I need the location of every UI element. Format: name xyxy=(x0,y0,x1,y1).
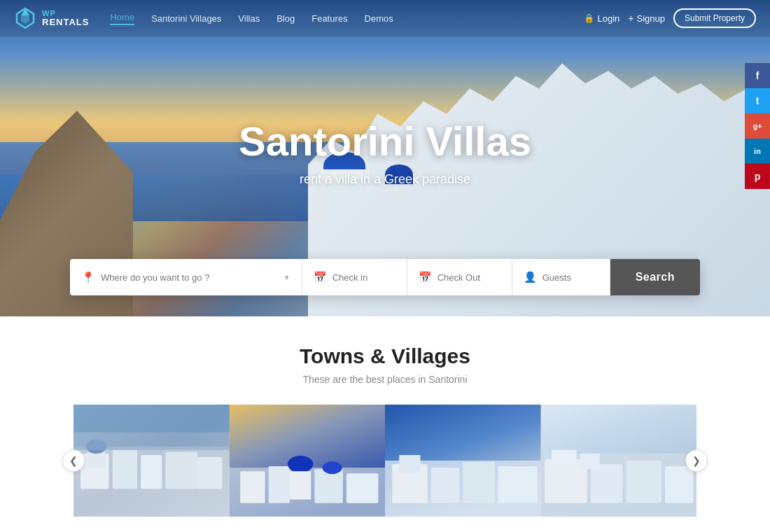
checkin-field[interactable]: 📅 xyxy=(302,259,407,295)
town-card-4[interactable] xyxy=(541,405,697,517)
logo-icon xyxy=(14,7,36,29)
search-bar: 📍 ▼ 📅 📅 👤 ▼ Search xyxy=(70,259,700,295)
google-plus-button[interactable]: g+ xyxy=(745,113,770,139)
town-img-2 xyxy=(230,405,386,517)
nav-features[interactable]: Features xyxy=(312,13,347,24)
nav-santorini-villages[interactable]: Santorini Villages xyxy=(151,13,221,24)
towns-subtitle: These are the best places in Santorini xyxy=(42,374,728,385)
checkout-field[interactable]: 📅 xyxy=(407,259,512,295)
nav-demos[interactable]: Demos xyxy=(365,13,393,24)
svg-point-22 xyxy=(322,461,342,474)
nav-home[interactable]: Home xyxy=(110,12,134,25)
svg-rect-20 xyxy=(314,469,342,503)
carousel-prev-button[interactable]: ❮ xyxy=(62,449,85,472)
location-field[interactable]: 📍 ▼ xyxy=(70,259,302,295)
social-sidebar: f t g+ in p xyxy=(745,63,770,189)
svg-rect-28 xyxy=(498,466,538,503)
guests-field[interactable]: 👤 ▼ xyxy=(512,259,610,295)
checkin-input[interactable] xyxy=(332,272,388,283)
svg-rect-26 xyxy=(431,468,459,503)
pinterest-button[interactable]: p xyxy=(745,164,770,189)
svg-rect-27 xyxy=(463,462,495,503)
svg-rect-36 xyxy=(552,450,576,464)
location-icon: 📍 xyxy=(81,271,95,284)
svg-rect-10 xyxy=(197,457,222,489)
checkin-calendar-icon: 📅 xyxy=(314,271,327,284)
nav-villas[interactable]: Villas xyxy=(238,13,260,24)
signup-link[interactable]: + Signup xyxy=(628,13,665,24)
linkedin-button[interactable]: in xyxy=(745,139,770,164)
town-card-3[interactable] xyxy=(385,405,541,517)
svg-rect-7 xyxy=(113,450,137,489)
svg-rect-37 xyxy=(580,454,599,469)
hero-section: WP RENTALS Home Santorini Villages Villa… xyxy=(0,0,770,316)
towns-title: Towns & Villages xyxy=(42,344,728,368)
login-link[interactable]: 🔒 Login xyxy=(584,13,620,24)
hero-title: Santorini Villas xyxy=(239,119,531,164)
hero-content: Santorini Villas rent a villa in a Greek… xyxy=(239,119,531,187)
svg-rect-13 xyxy=(74,405,230,433)
nav-right: 🔒 Login + Signup Submit Property xyxy=(584,8,756,28)
lock-icon: 🔒 xyxy=(584,13,594,23)
plus-icon: + xyxy=(628,13,634,24)
checkout-calendar-icon: 📅 xyxy=(419,271,432,284)
location-dropdown-icon: ▼ xyxy=(284,274,290,281)
svg-rect-17 xyxy=(268,466,289,503)
facebook-button[interactable]: f xyxy=(745,63,770,88)
guests-icon: 👤 xyxy=(524,271,537,284)
town-card-1[interactable] xyxy=(74,405,230,517)
svg-rect-8 xyxy=(141,455,162,489)
town-img-4 xyxy=(541,405,697,517)
hero-subtitle: rent a villa in a Greek paradise xyxy=(239,172,531,187)
logo-rentals: RENTALS xyxy=(42,18,89,27)
location-input[interactable] xyxy=(101,272,278,283)
svg-point-18 xyxy=(287,456,312,472)
nav-blog[interactable]: Blog xyxy=(276,13,295,24)
logo-text: WP RENTALS xyxy=(42,9,89,27)
svg-rect-29 xyxy=(399,455,420,472)
twitter-button[interactable]: t xyxy=(745,88,770,113)
towns-carousel xyxy=(74,405,696,517)
signup-label: Signup xyxy=(636,13,664,24)
towns-carousel-wrapper: ❮ xyxy=(74,405,696,517)
login-label: Login xyxy=(597,13,620,24)
navbar: WP RENTALS Home Santorini Villages Villa… xyxy=(0,0,770,36)
nav-links: Home Santorini Villages Villas Blog Feat… xyxy=(110,12,584,25)
checkout-input[interactable] xyxy=(438,272,493,283)
svg-rect-34 xyxy=(626,461,662,503)
svg-rect-35 xyxy=(664,466,692,503)
town-img-1 xyxy=(74,405,230,517)
town-img-3 xyxy=(385,405,541,517)
svg-rect-16 xyxy=(240,471,265,503)
towns-section: Towns & Villages These are the best plac… xyxy=(0,316,770,517)
logo-link[interactable]: WP RENTALS xyxy=(14,7,89,29)
svg-rect-33 xyxy=(590,464,622,503)
search-button[interactable]: Search xyxy=(610,259,700,295)
svg-rect-21 xyxy=(346,473,378,503)
town-card-2[interactable] xyxy=(230,405,386,517)
svg-rect-19 xyxy=(289,471,310,499)
carousel-next-button[interactable]: ❯ xyxy=(685,449,708,472)
submit-property-button[interactable]: Submit Property xyxy=(673,8,756,28)
svg-rect-9 xyxy=(165,452,197,489)
